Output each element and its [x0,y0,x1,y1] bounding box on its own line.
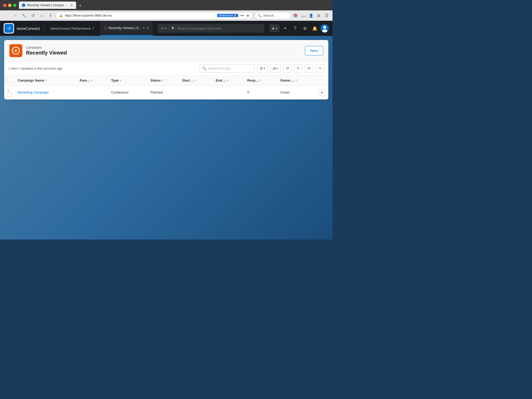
url-badge: reinteractive 🔒 [217,14,238,17]
minimize-button[interactable] [8,4,11,7]
nav-tab-storeconnect-label: storeConnect Performance [50,26,91,30]
reload-button[interactable]: ↺ [29,12,36,19]
edit-button[interactable]: ✎ [294,64,302,72]
sync-icon: ⟳ [308,66,311,70]
bell-icon[interactable]: 🔔 [311,24,319,32]
col-header-end[interactable]: End ... ▾ [213,75,244,86]
resp-cell: 0 [244,86,277,99]
chevron-down-icon: ▾ [276,27,277,30]
nav-tab-recently-viewed[interactable]: ⊙ Recently Viewed | C... ▾ ✕ [100,21,153,36]
breadcrumb: Campaigns [26,46,301,49]
campaigns-table: Campaign Name ▾ Pare... ▾ [4,75,328,99]
sf-search-bar[interactable]: All ▾ 🔍 [158,24,264,32]
filter-button[interactable]: ▽ [316,64,324,72]
menu-icon[interactable]: ☰ [323,12,330,19]
parent-cell [77,86,108,99]
campaign-name-cell[interactable]: Marketing Campaign [15,86,77,99]
sf-search-dropdown-all[interactable]: All ▾ [161,26,167,30]
back-icon: ← [4,13,8,18]
reload-icon: ↺ [31,13,35,18]
nav-tab-recently-viewed-chevron[interactable]: ▾ [143,26,145,30]
campaigns-icon [9,44,22,57]
tools-button[interactable]: 🔧 [20,12,28,19]
col-header-type[interactable]: Type ▾ [108,75,147,86]
sort-icon: ▾ [295,79,297,82]
info-button[interactable]: ℹ [47,12,54,19]
select-all-header [4,75,15,86]
list-search-icon: 🔍 [202,66,207,70]
tab-close-icon[interactable]: ✕ [70,3,74,8]
col-header-start[interactable]: Start ... ▾ [179,75,212,86]
col-header-owner[interactable]: Owner ... ▾ [277,75,315,86]
nav-tab-recently-viewed-label: Recently Viewed | C... [109,26,142,30]
sf-logo[interactable]: ↺ [4,23,14,34]
home-icon: ⌂ [40,13,43,18]
col-header-parent[interactable]: Pare... ▾ [77,75,108,86]
row-checkbox[interactable] [7,92,11,97]
sort-icon: ▾ [162,79,163,82]
campaigns-card: Campaigns Recently Viewed New 1 item • U… [4,40,328,99]
favorites-button[interactable]: ★ ▾ [269,24,280,32]
pencil-icon: ✎ [297,66,300,70]
browser-tab-active[interactable]: 🔵 Recently Viewed | Campaigns | ✕ [19,2,76,9]
row-actions-cell[interactable]: ▾ [315,86,328,99]
close-button[interactable] [3,4,6,7]
view-options-button[interactable]: ⊞ ▾ [270,64,281,72]
star-icon: ★ [271,26,275,30]
bookmarks-icon[interactable]: 📚 [292,12,299,19]
nav-tab-recently-viewed-close[interactable]: ✕ [146,26,149,30]
profile-icon[interactable]: 👤 [308,12,314,19]
chevron-down-icon: ▾ [264,67,265,70]
user-avatar[interactable] [321,24,329,32]
nav-tab-storeconnect[interactable]: storeConnect Performance ▾ [47,21,97,36]
reader-icon[interactable]: 📖 [300,12,307,19]
type-cell: Conference [108,86,147,99]
col-header-status[interactable]: Status ▾ [147,75,179,86]
nav-tab-storeconnect-chevron[interactable]: ▾ [92,27,94,30]
tab-campaign-icon: ⊙ [104,26,107,30]
home-button[interactable]: ⌂ [38,12,45,19]
more-icon[interactable]: ••• [240,14,244,18]
sort-icon: ▾ [227,79,229,82]
sf-search-input[interactable] [177,26,261,30]
card-title-area: Campaigns Recently Viewed [26,46,301,56]
info-icon: ℹ [50,14,51,17]
back-button[interactable]: ← [3,12,10,19]
list-search[interactable]: 🔍 [200,64,255,72]
plus-icon: + [79,3,82,9]
list-controls: 1 item • Updated a few seconds ago 🔍 ⚙ ▾… [4,62,328,75]
lock-icon: 🔒 [59,14,63,17]
filter-icon: ▽ [319,66,322,70]
sort-icon: ▾ [195,79,196,82]
traffic-lights [3,4,16,7]
row-actions-button[interactable]: ▾ [318,89,325,96]
extensions-icon[interactable]: ⊞ [315,12,322,19]
url-text[interactable]: https://flow-customer-9892-dev-ec [65,14,215,17]
new-tab-button[interactable]: + [77,3,83,9]
add-icon[interactable]: + [281,24,289,32]
new-button[interactable]: New [305,46,323,55]
sync-button[interactable]: ⟳ [305,64,313,72]
card-header: Campaigns Recently Viewed New [4,40,328,62]
list-search-input[interactable] [208,66,252,70]
browser-search[interactable]: 🔍 Search [255,12,291,19]
setup-icon[interactable]: ⚙ [301,24,309,32]
select-all-checkbox[interactable] [7,78,11,82]
refresh-button[interactable]: ↺ [283,64,291,72]
settings-button[interactable]: ⚙ ▾ [257,64,268,72]
row-actions-header [315,75,328,86]
star-icon[interactable]: ★ [246,14,250,18]
end-cell [213,86,244,99]
col-header-name[interactable]: Campaign Name ▾ [15,75,77,86]
status-cell: Planned [147,86,179,99]
forward-button[interactable]: → [11,12,19,19]
sort-icon: ▾ [259,79,261,82]
help-icon[interactable]: ? [291,24,299,32]
gear-icon: ⚙ [260,66,263,70]
maximize-button[interactable] [13,4,16,7]
col-header-resp[interactable]: Resp... ▾ [244,75,277,86]
sort-icon: ▾ [120,79,121,82]
sort-icon: ▾ [45,79,47,82]
page-title: Recently Viewed [26,50,301,56]
refresh-icon: ↺ [286,66,289,71]
